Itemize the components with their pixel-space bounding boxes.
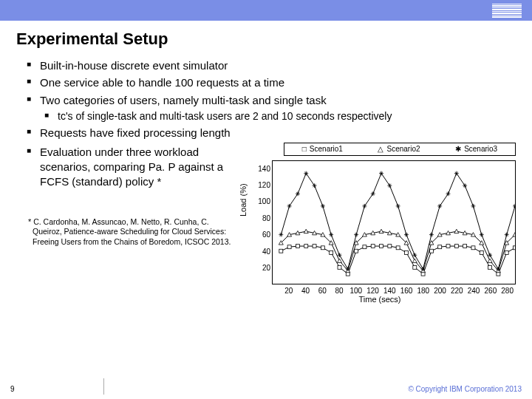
- y-ticks: 20406080100120140: [253, 160, 270, 284]
- svg-rect-16: [413, 265, 417, 269]
- footer: 9 © Copyright IBM Corporation 2013: [0, 385, 532, 393]
- svg-rect-14: [396, 246, 400, 250]
- bullet-item: Evaluation under three workload scenario…: [27, 145, 233, 190]
- bullet-item: Two categories of users, namely multi-ta…: [27, 93, 513, 123]
- svg-rect-21: [454, 245, 458, 248]
- svg-rect-23: [471, 246, 475, 250]
- copyright-text: © Copyright IBM Corporation 2013: [408, 385, 522, 393]
- svg-rect-6: [330, 250, 333, 254]
- svg-rect-19: [438, 245, 442, 249]
- bullet-text: Evaluation under three workload scenario…: [40, 146, 223, 188]
- top-bar: [0, 0, 532, 21]
- svg-rect-1: [287, 245, 291, 249]
- svg-rect-5: [321, 246, 324, 250]
- y-axis-label: Load (%): [238, 183, 249, 216]
- svg-rect-20: [446, 245, 450, 248]
- content-area: Built-in-house discrete event simulator …: [0, 58, 532, 305]
- svg-rect-3: [304, 245, 308, 248]
- triangle-icon: △: [378, 144, 383, 154]
- star-icon: ✱: [455, 144, 461, 154]
- page-number: 9: [10, 385, 15, 393]
- chart-container: □Scenario1 △Scenario2 ✱Scenario3 Load (%…: [239, 143, 520, 305]
- svg-rect-22: [463, 245, 467, 248]
- svg-rect-25: [488, 265, 492, 269]
- bullet-text: One service able to handle 100 requests …: [40, 76, 284, 89]
- plot-area: [272, 160, 516, 284]
- svg-rect-0: [279, 249, 283, 253]
- bullet-item: Built-in-house discrete event simulator: [27, 58, 513, 73]
- bullet-item: One service able to handle 100 requests …: [27, 75, 513, 90]
- bullet-item: Requests have fixed processing length: [27, 126, 513, 140]
- chart-legend: □Scenario1 △Scenario2 ✱Scenario3: [284, 143, 516, 156]
- svg-rect-9: [355, 249, 358, 253]
- bullet-text: Requests have fixed processing length: [40, 126, 231, 139]
- bullet-text: Built-in-house discrete event simulator: [40, 59, 228, 72]
- bullet-text: Two categories of users, namely multi-ta…: [40, 94, 327, 106]
- legend-item: □Scenario1: [302, 144, 343, 154]
- svg-rect-11: [371, 245, 375, 248]
- svg-rect-18: [429, 249, 433, 253]
- legend-item: ✱Scenario3: [455, 144, 497, 154]
- svg-rect-15: [404, 250, 408, 254]
- x-axis-label: Time (secs): [239, 294, 520, 305]
- citation: * C. Cardonha, M. Assuncao, M. Netto, R.…: [27, 216, 233, 248]
- svg-rect-28: [514, 246, 515, 250]
- svg-rect-12: [380, 245, 383, 248]
- ibm-logo-icon: [492, 4, 522, 18]
- square-icon: □: [302, 144, 307, 154]
- page-title: Experimental Setup: [0, 21, 532, 56]
- svg-rect-7: [338, 265, 341, 269]
- citation-star: *: [28, 217, 31, 226]
- svg-rect-27: [505, 250, 508, 254]
- sub-bullet-item: tc's of single-task and multi-task users…: [44, 109, 513, 123]
- citation-text: C. Cardonha, M. Assuncao, M. Netto, R. C…: [33, 217, 231, 246]
- svg-rect-2: [296, 245, 299, 248]
- legend-item: △Scenario2: [378, 144, 420, 154]
- svg-rect-10: [363, 245, 366, 249]
- svg-rect-4: [313, 245, 316, 248]
- sub-bullet-text: tc's of single-task and multi-task users…: [58, 110, 392, 122]
- svg-rect-13: [388, 245, 392, 248]
- svg-rect-24: [480, 250, 483, 254]
